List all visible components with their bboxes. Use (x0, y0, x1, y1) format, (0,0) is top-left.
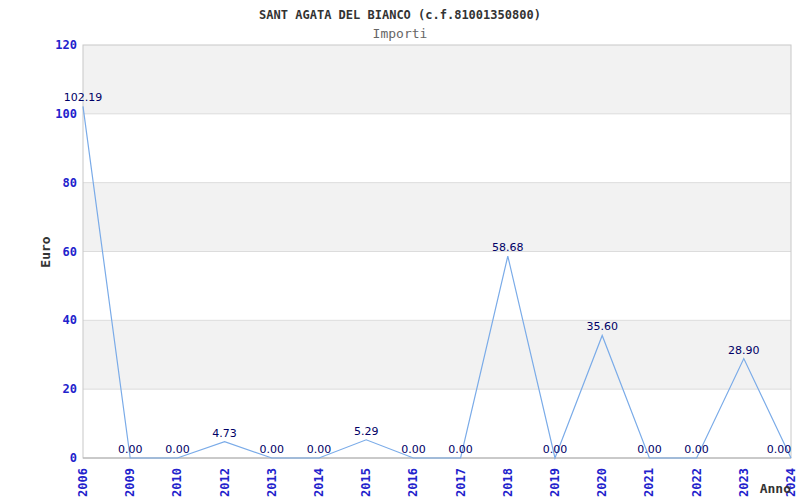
value-label: 102.19 (64, 91, 103, 104)
plot-band (83, 320, 791, 389)
value-label: 58.68 (492, 241, 524, 254)
series-importi (83, 106, 791, 458)
value-label: 0.00 (401, 443, 426, 456)
value-label: 0.00 (260, 443, 285, 456)
chart-title: SANT AGATA DEL BIANCO (c.f.81001350800) (259, 8, 541, 22)
value-label: 0.00 (543, 443, 568, 456)
x-tick-label: 2022 (690, 468, 704, 497)
x-tick-label: 2013 (265, 468, 279, 497)
y-tick-label: 80 (63, 176, 77, 190)
x-tick-label: 2017 (454, 468, 468, 497)
value-label: 0.00 (307, 443, 332, 456)
y-axis-title: Euro (38, 236, 53, 267)
x-tick-label: 2016 (406, 468, 420, 497)
plot-band (83, 45, 791, 114)
y-tick-label: 100 (55, 107, 77, 121)
value-label: 0.00 (165, 443, 190, 456)
data-series-line (83, 106, 791, 458)
value-label: 5.29 (354, 425, 379, 438)
x-tick-label: 2009 (123, 468, 137, 497)
chart-subtitle: Importi (373, 26, 428, 41)
y-tick-label: 60 (63, 245, 77, 259)
y-tick-label: 120 (55, 38, 77, 52)
chart-canvas: 0204060801001202006200920102012201320142… (0, 0, 800, 500)
value-label: 4.73 (212, 427, 237, 440)
x-tick-label: 2014 (312, 468, 326, 497)
x-tick-label: 2010 (170, 468, 184, 497)
value-label: 35.60 (586, 320, 618, 333)
value-label: 0.00 (448, 443, 473, 456)
value-label: 0.00 (684, 443, 709, 456)
x-tick-label: 2006 (76, 468, 90, 497)
x-tick-label: 2012 (218, 468, 232, 497)
line-chart: 0204060801001202006200920102012201320142… (0, 0, 800, 500)
x-tick-label: 2020 (595, 468, 609, 497)
y-tick-label: 40 (63, 313, 77, 327)
plot-bands (83, 45, 791, 389)
y-tick-label: 0 (70, 451, 77, 465)
x-tick-label: 2021 (642, 468, 656, 497)
x-axis-title: Anno (760, 481, 791, 496)
value-label: 0.00 (118, 443, 143, 456)
x-tick-label: 2018 (501, 468, 515, 497)
value-label: 28.90 (728, 344, 760, 357)
y-tick-label: 20 (63, 382, 77, 396)
value-label: 0.00 (637, 443, 662, 456)
x-tick-label: 2019 (548, 468, 562, 497)
x-tick-label: 2023 (737, 468, 751, 497)
x-tick-label: 2015 (359, 468, 373, 497)
value-label: 0.00 (767, 443, 792, 456)
plot-band (83, 183, 791, 252)
data-value-labels: 102.190.000.004.730.000.005.290.000.0058… (64, 91, 792, 456)
